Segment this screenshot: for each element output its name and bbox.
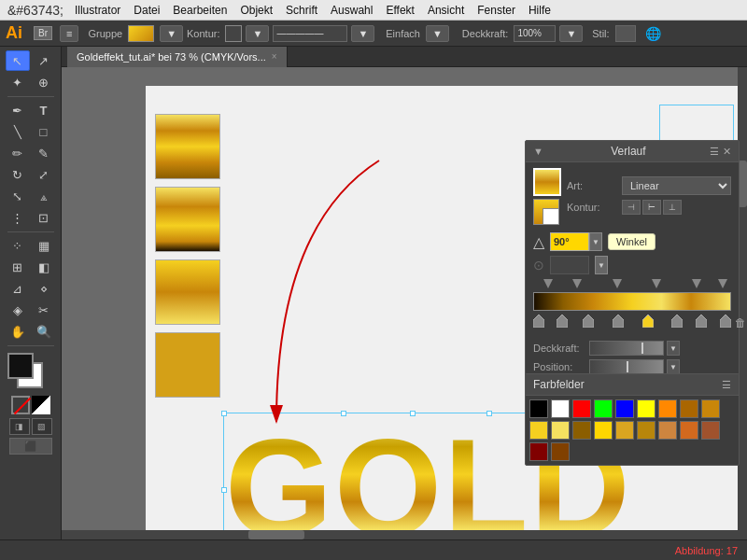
opacity-prop-dropdown[interactable]: ▼ (667, 341, 680, 356)
stroke-dropdown[interactable]: ▼ (351, 25, 374, 42)
reflect-tool[interactable]: ⤢ (32, 164, 56, 185)
kontur-icon-3[interactable]: ⊥ (663, 200, 682, 215)
top-stop-2[interactable] (572, 279, 582, 290)
shear-tool[interactable]: ⟁ (32, 186, 56, 206)
gradient-stroke-box[interactable] (533, 199, 561, 227)
stroke-style-dropdown[interactable]: ▼ (426, 25, 449, 42)
gradient-track[interactable] (533, 292, 731, 311)
farbfelder-swatch-14[interactable] (637, 421, 655, 440)
fill-color-box[interactable] (128, 25, 154, 42)
farbfelder-swatch-4[interactable] (615, 399, 634, 418)
farbfelder-swatch-6[interactable] (658, 399, 677, 418)
art-select[interactable]: Linear Radial (622, 176, 731, 195)
gradient-panel-header[interactable]: ▼ Verlauf ☰ ✕ (526, 141, 739, 162)
top-stop-3[interactable] (613, 279, 622, 290)
warp-tool[interactable]: ⋮ (6, 207, 30, 228)
view-mode-grey[interactable]: ▧ (32, 418, 52, 435)
bot-stop-3[interactable] (613, 315, 624, 329)
bot-stop-7[interactable] (720, 315, 731, 329)
farbfelder-swatch-3[interactable] (594, 399, 613, 418)
gradient-swatch-3[interactable] (155, 259, 220, 325)
farbfelder-swatch-5[interactable] (637, 399, 655, 418)
menu-bearbeiten[interactable]: Bearbeiten (173, 4, 227, 17)
scale-tool[interactable]: ⤡ (6, 186, 30, 206)
farbfelder-swatch-16[interactable] (680, 421, 698, 440)
stroke-options[interactable]: ▼ (246, 25, 269, 42)
zoom-tool[interactable]: 🔍 (32, 321, 56, 342)
default-colors[interactable] (32, 396, 50, 414)
angle-dropdown[interactable]: ▼ (589, 232, 602, 251)
bot-stop-1[interactable] (557, 315, 568, 329)
gradient-swatch-1[interactable] (155, 114, 220, 179)
aspect-input[interactable] (550, 256, 589, 274)
gradient-swatch-4[interactable] (155, 332, 220, 398)
menu-datei[interactable]: Datei (134, 4, 160, 17)
bot-stop-4[interactable] (642, 315, 654, 329)
select-tool[interactable]: ↖ (6, 50, 30, 71)
pen-tool[interactable]: ✒ (6, 100, 30, 120)
top-stop-6[interactable] (718, 279, 727, 290)
opacity-dropdown[interactable]: ▼ (559, 25, 583, 42)
opacity-input[interactable] (514, 25, 556, 42)
stroke-field[interactable] (273, 25, 347, 42)
menu-ansicht[interactable]: Ansicht (428, 4, 464, 17)
panel-menu-icon[interactable]: ☰ (710, 146, 719, 158)
world-icon[interactable]: 🌐 (645, 26, 661, 41)
farbfelder-swatch-8[interactable] (701, 399, 720, 418)
farbfelder-header[interactable]: Farbfelder ☰ (526, 374, 739, 396)
stroke-color-box[interactable] (225, 25, 242, 42)
farbfelder-swatch-10[interactable] (551, 421, 570, 440)
farbfelder-swatch-17[interactable] (701, 421, 720, 440)
angle-input[interactable]: 90° (550, 232, 589, 251)
tab-close-button[interactable]: × (272, 51, 277, 62)
horizontal-scrollbar[interactable] (62, 530, 747, 539)
delete-stop-icon[interactable]: 🗑 (735, 316, 746, 329)
gradient-fill-box[interactable] (533, 168, 561, 196)
farbfelder-swatch-9[interactable] (529, 421, 548, 440)
menu-schrift[interactable]: Schrift (286, 4, 317, 17)
fill-options[interactable]: ▼ (160, 25, 183, 42)
farbfelder-swatch-19[interactable] (551, 442, 570, 461)
document-tab[interactable]: Goldeffekt_tut.ai* bei 73 % (CMYK/Vors..… (67, 47, 288, 67)
farbfelder-swatch-18[interactable] (529, 442, 548, 461)
bot-stop-6[interactable] (696, 315, 707, 329)
symbol-sprayer-tool[interactable]: ⁘ (6, 235, 30, 256)
farbfelder-swatch-0[interactable] (529, 399, 548, 418)
pencil-tool[interactable]: ✎ (32, 143, 56, 163)
screen-mode-button[interactable]: ⬛ (9, 438, 52, 455)
position-prop-dropdown[interactable]: ▼ (667, 359, 680, 374)
line-tool[interactable]: ╲ (6, 121, 30, 142)
lasso-tool[interactable]: ⊕ (32, 72, 56, 92)
options-button[interactable]: ≡ (60, 25, 78, 42)
free-transform-tool[interactable]: ⊡ (32, 207, 56, 228)
blend-tool[interactable]: ◈ (6, 300, 30, 320)
menu-illustrator[interactable]: Illustrator (75, 4, 120, 17)
aspect-dropdown[interactable]: ▼ (595, 256, 608, 274)
shape-tool[interactable]: □ (32, 121, 56, 142)
gradient-swatch-2[interactable] (155, 187, 220, 252)
gradient-tool[interactable]: ◧ (32, 257, 56, 277)
top-stop-4[interactable] (652, 279, 661, 290)
column-graph-tool[interactable]: ▦ (32, 235, 56, 256)
foreground-color[interactable] (7, 353, 34, 379)
menu-effekt[interactable]: Effekt (386, 4, 414, 17)
bot-stop-5[interactable] (671, 315, 683, 329)
menu-auswahl[interactable]: Auswahl (331, 4, 373, 17)
bot-stop-2[interactable] (583, 315, 594, 329)
paintbrush-tool[interactable]: ✏ (6, 143, 30, 163)
eyedropper-tool[interactable]: ⊿ (6, 278, 30, 299)
stil-box[interactable] (615, 25, 636, 42)
direct-select-tool[interactable]: ↗ (32, 50, 56, 71)
paint-bucket-tool[interactable]: ⋄ (32, 278, 56, 299)
kontur-icon-1[interactable]: ⊣ (622, 200, 641, 215)
menu-hilfe[interactable]: Hilfe (529, 4, 551, 17)
hand-tool[interactable]: ✋ (6, 321, 30, 342)
farbfelder-swatch-11[interactable] (572, 421, 591, 440)
none-color[interactable] (11, 396, 30, 414)
top-stop-5[interactable] (692, 279, 701, 290)
kontur-icon-2[interactable]: ⊢ (642, 200, 661, 215)
mesh-tool[interactable]: ⊞ (6, 257, 30, 277)
magic-wand-tool[interactable]: ✦ (6, 72, 30, 92)
farbfelder-swatch-2[interactable] (572, 399, 591, 418)
farbfelder-swatch-1[interactable] (551, 399, 570, 418)
